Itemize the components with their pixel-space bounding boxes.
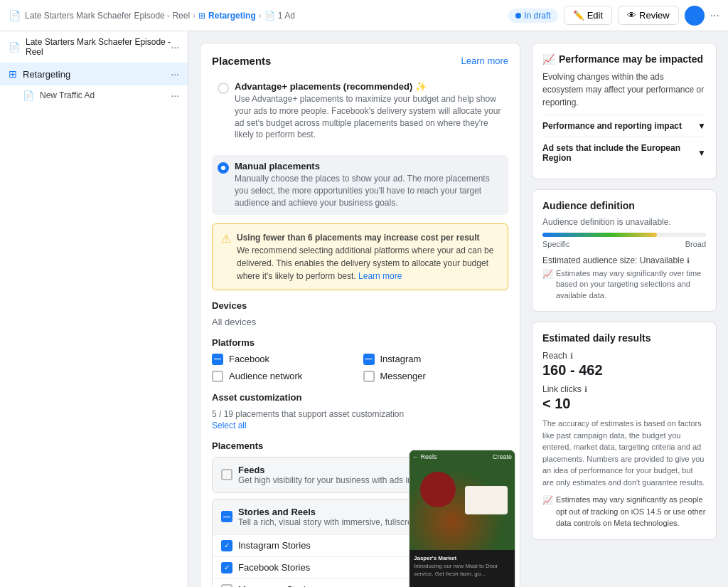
- eu-region-label: Ad sets that include the European Region: [542, 143, 697, 163]
- preview-top: ← Reels Create: [410, 450, 515, 550]
- platform-instagram[interactable]: — Instagram: [363, 354, 509, 365]
- campaign-icon: 📄: [9, 10, 21, 21]
- preview-plate: [465, 486, 508, 514]
- sidebar-ad-more[interactable]: ···: [171, 90, 179, 101]
- performance-card: 📈 Performance may be impacted Evolving c…: [532, 43, 717, 179]
- breadcrumb: Late Starters Mark Schaefer Episode - Re…: [25, 11, 295, 21]
- messenger-stories-label: Messenger Stories: [238, 584, 315, 587]
- platform-audience-network[interactable]: Audience network: [212, 371, 358, 382]
- advantage-sparkle-icon: ✨: [415, 81, 427, 92]
- platform-messenger[interactable]: Messenger: [363, 371, 509, 382]
- eu-chevron-icon: ▼: [697, 148, 706, 158]
- messenger-label: Messenger: [380, 371, 426, 381]
- audience-network-label: Audience network: [229, 371, 302, 381]
- sidebar-adset-more[interactable]: ···: [171, 68, 179, 80]
- sidebar-item-ad[interactable]: 📄 New Traffic Ad ···: [0, 85, 188, 105]
- review-icon: 👁: [627, 10, 636, 21]
- facebook-label: Facebook: [229, 354, 269, 364]
- learn-more-link[interactable]: Learn more: [461, 55, 508, 66]
- avatar: [685, 6, 705, 26]
- sep2: ›: [259, 11, 262, 21]
- asset-customization: Asset customization 5 / 19 placements th…: [212, 392, 508, 430]
- warning-learn-more[interactable]: Learn more: [358, 271, 402, 281]
- status-dot: [515, 13, 521, 18]
- placements-title: Placements: [212, 55, 271, 67]
- review-button[interactable]: 👁 Review: [618, 6, 679, 25]
- placement-groups-container: Feeds Get high visibility for your busin…: [212, 457, 508, 587]
- sidebar-adset-label: Retargeting: [23, 69, 70, 80]
- messenger-stories-check[interactable]: [221, 584, 232, 587]
- reach-label: Reach ℹ: [542, 351, 706, 361]
- feeds-checkbox[interactable]: [221, 469, 232, 480]
- feeds-desc: Get high visibility for your business wi…: [238, 475, 435, 485]
- sidebar-campaign-more[interactable]: ···: [171, 41, 179, 53]
- est-warning: 📈 Estimates may vary significantly as pe…: [542, 494, 706, 529]
- sidebar-ad-label: New Traffic Ad: [40, 90, 95, 100]
- manual-radio[interactable]: [218, 162, 229, 174]
- edit-icon: ✏️: [573, 10, 584, 21]
- advantage-placements-option[interactable]: Advantage+ placements (recommended) ✨ Us…: [212, 75, 508, 147]
- adset-grid-icon: ⊞: [9, 68, 17, 80]
- est-note: The accuracy of estimates is based on fa…: [542, 418, 706, 488]
- adset-grid-icon: ⊞: [198, 11, 205, 21]
- audience-def-title: Audience definition: [542, 200, 706, 211]
- right-column: 📈 Performance may be impacted Evolving c…: [532, 43, 717, 576]
- placements-card: At the Ad Set level, scroll to the Place…: [200, 43, 520, 587]
- audience-bar-fill: [542, 233, 657, 237]
- sidebar-item-campaign[interactable]: 📄 Late Starters Mark Schaefer Episode - …: [0, 31, 188, 63]
- warning-icon: ⚠: [221, 232, 231, 282]
- advantage-title: Advantage+ placements (recommended) ✨: [235, 81, 503, 92]
- manual-desc: Manually choose the places to show your …: [235, 173, 503, 208]
- performance-icon: 📈: [542, 53, 555, 65]
- campaign-page-icon: 📄: [9, 42, 20, 53]
- stories-minus-check[interactable]: —: [221, 511, 232, 522]
- messenger-check[interactable]: [363, 371, 375, 382]
- sep1: ›: [193, 11, 196, 21]
- top-bar: 📄 Late Starters Mark Schaefer Episode - …: [0, 0, 728, 31]
- specific-label: Specific: [542, 240, 570, 248]
- adset-title[interactable]: Retargeting: [208, 11, 256, 21]
- instagram-stories-check[interactable]: ✓: [221, 540, 232, 551]
- preview-bottom: Jasper's Market Introducing our new Meal…: [410, 550, 515, 587]
- preview-caption: Jasper's Market Introducing our new Meal…: [414, 554, 510, 578]
- audience-def-card: Audience definition Audience definition …: [532, 189, 717, 312]
- est-results-title: Estimated daily results: [542, 332, 706, 344]
- manual-title: Manual placements: [235, 161, 503, 171]
- sidebar-item-adset[interactable]: ⊞ Retargeting ···: [0, 63, 188, 85]
- facebook-stories-check[interactable]: ✓: [221, 562, 232, 573]
- audience-bar-labels: Specific Broad: [542, 240, 706, 248]
- select-all-link[interactable]: Select all: [212, 421, 508, 430]
- main-content: At the Ad Set level, scroll to the Place…: [188, 31, 728, 587]
- audience-size-note: 📈 Estimates may vary significantly over …: [542, 268, 706, 301]
- top-bar-actions: In draft ✏️ Edit 👁 Review ···: [508, 6, 719, 26]
- preview-food-circle: [420, 472, 456, 507]
- edit-button[interactable]: ✏️ Edit: [564, 6, 612, 25]
- ad-count: 1 Ad: [278, 11, 295, 21]
- perf-report-accordion[interactable]: Performance and reporting impact ▼: [542, 115, 706, 137]
- performance-title: 📈 Performance may be impacted: [542, 53, 706, 65]
- warning-box: ⚠ Using fewer than 6 placements may incr…: [212, 223, 508, 290]
- advantage-radio[interactable]: [218, 83, 229, 94]
- link-clicks-label: Link clicks ℹ: [542, 384, 706, 394]
- ad-icon: 📄: [264, 11, 275, 21]
- instagram-label: Instagram: [380, 354, 422, 364]
- platform-facebook[interactable]: — Facebook: [212, 354, 358, 365]
- more-button[interactable]: ···: [710, 9, 719, 22]
- ad-page-icon: 📄: [23, 90, 34, 101]
- link-clicks-value: < 10: [542, 396, 706, 412]
- preview-container: ← Reels Create Jasper's Market Intro: [409, 450, 515, 587]
- est-warning-text: Estimates may vary significantly as peop…: [556, 494, 706, 529]
- audience-network-check[interactable]: [212, 371, 223, 382]
- platforms-grid: — Facebook — Instagram Audience network: [212, 354, 508, 382]
- instagram-check[interactable]: —: [363, 354, 375, 365]
- campaign-title: Late Starters Mark Schaefer Episode - Re…: [25, 11, 190, 21]
- audience-unavailable: Audience definition is unavailable.: [542, 217, 706, 227]
- perf-report-label: Performance and reporting impact: [542, 121, 682, 131]
- audience-info-icon: ℹ: [687, 256, 690, 265]
- content-column: At the Ad Set level, scroll to the Place…: [200, 43, 520, 576]
- eu-region-accordion[interactable]: Ad sets that include the European Region…: [542, 137, 706, 169]
- advantage-desc: Use Advantage+ placements to maximize yo…: [235, 93, 503, 141]
- facebook-check[interactable]: —: [212, 354, 223, 365]
- manual-placements-option[interactable]: Manual placements Manually choose the pl…: [212, 155, 508, 214]
- reach-info-icon: ℹ: [570, 351, 573, 361]
